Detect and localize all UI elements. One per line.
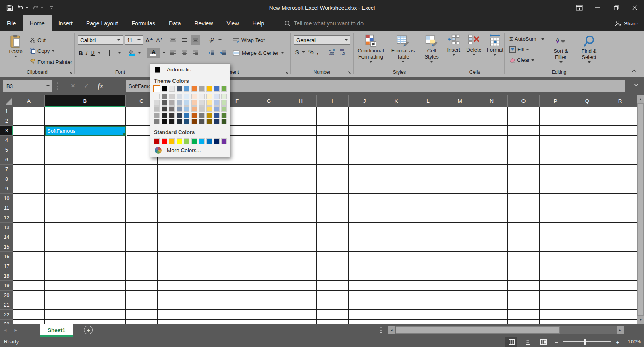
tint-4-swatch-6[interactable] [199,119,205,124]
tint-2-swatch-7[interactable] [206,106,212,112]
vertical-scroll-thumb[interactable] [638,104,643,315]
zoom-in-button[interactable]: + [615,339,621,345]
scroll-right-icon[interactable]: ► [617,326,624,334]
standard-swatch-3[interactable] [177,138,182,144]
column-header-J[interactable]: J [349,95,380,107]
font-name-dropdown-icon[interactable] [117,39,120,41]
tint-4-swatch-9[interactable] [221,119,227,124]
horizontal-scroll-thumb[interactable] [396,326,560,334]
tint-2-swatch-5[interactable] [191,106,197,112]
tint-1-swatch-3[interactable] [177,100,182,106]
tint-2-swatch-6[interactable] [199,106,205,112]
tint-0-swatch-7[interactable] [206,94,212,99]
undo-dropdown-icon[interactable] [26,7,28,8]
zoom-level[interactable]: 100% [625,339,641,345]
delete-cells-button[interactable]: Delete [465,34,482,56]
tab-bar-splitter[interactable] [380,327,382,333]
tab-data[interactable]: Data [162,15,188,31]
collapse-ribbon-icon[interactable] [632,69,637,73]
column-header-N[interactable]: N [476,95,508,107]
wrap-text-button[interactable]: Wrap Text [233,35,284,45]
tab-formulas[interactable]: Formulas [125,15,162,31]
orientation-button[interactable]: ab [207,35,216,45]
standard-swatch-6[interactable] [199,138,205,144]
row-header-23[interactable]: 23 [0,320,13,324]
row-header-4[interactable]: 4 [0,136,13,145]
theme-swatch-9[interactable] [221,86,227,92]
tint-4-swatch-7[interactable] [206,119,212,124]
row-header-7[interactable]: 7 [0,165,13,174]
automatic-color-item[interactable]: Automatic [150,64,230,75]
percent-style-button[interactable]: % [308,49,313,55]
row-header-1[interactable]: 1 [0,107,13,116]
underline-button[interactable]: U [91,50,95,56]
delete-dropdown-icon[interactable] [472,54,476,56]
font-size-combo[interactable]: 11 [125,35,143,45]
expand-formula-bar-icon[interactable] [634,84,638,86]
standard-swatch-9[interactable] [221,138,227,144]
sort-filter-button[interactable]: AZ Sort & Filter [548,35,573,64]
tab-view[interactable]: View [220,15,245,31]
tint-3-swatch-7[interactable] [206,113,212,118]
tab-page-layout[interactable]: Page Layout [79,15,125,31]
tint-3-swatch-1[interactable] [162,113,167,118]
decrease-indent-button[interactable] [207,48,216,58]
align-left-button[interactable] [168,48,177,58]
redo-button[interactable] [32,5,43,11]
insert-function-icon[interactable]: fx [98,82,103,90]
tint-4-swatch-4[interactable] [184,119,189,124]
clear-dropdown-icon[interactable] [531,59,534,61]
tint-2-swatch-1[interactable] [162,106,167,112]
undo-button[interactable] [17,5,28,11]
font-color-button[interactable]: A [147,48,160,58]
tab-insert[interactable]: Insert [52,15,79,31]
standard-swatch-0[interactable] [154,138,160,144]
column-header-A[interactable]: A [13,95,45,107]
bottom-align-button[interactable] [191,35,200,45]
formula-bar-resize-handle[interactable] [57,82,59,90]
more-colors-item[interactable]: More Colors... [150,144,230,155]
borders-dropdown-icon[interactable] [118,52,121,54]
tint-1-swatch-0[interactable] [154,100,160,106]
restore-button[interactable] [607,0,625,15]
align-right-button[interactable] [191,48,200,58]
row-header-9[interactable]: 9 [0,184,13,194]
find-select-button[interactable]: Find & Select [578,35,601,64]
row-header-8[interactable]: 8 [0,174,13,184]
name-box[interactable]: B3 [3,80,52,92]
redo-dropdown-icon[interactable] [41,7,43,8]
fill-dropdown-icon[interactable] [526,49,529,50]
cut-button[interactable]: Cut [30,35,72,45]
active-cell-b3[interactable]: SoftFamous [45,126,126,136]
column-header-M[interactable]: M [444,95,476,107]
theme-swatch-5[interactable] [191,86,197,92]
comma-style-button[interactable]: , [317,48,319,56]
row-header-2[interactable]: 2 [0,116,13,126]
standard-swatch-4[interactable] [184,138,189,144]
row-header-14[interactable]: 14 [0,232,13,242]
tint-4-swatch-5[interactable] [191,119,197,124]
standard-swatch-5[interactable] [191,138,197,144]
share-button[interactable]: Share [615,15,638,31]
tab-review[interactable]: Review [188,15,220,31]
theme-swatch-6[interactable] [199,86,205,92]
standard-swatch-1[interactable] [162,138,167,144]
underline-dropdown-icon[interactable] [98,52,101,54]
row-header-10[interactable]: 10 [0,194,13,203]
tab-file[interactable]: File [0,15,23,31]
tint-0-swatch-2[interactable] [169,94,175,99]
tint-4-swatch-3[interactable] [177,119,182,124]
column-header-Q[interactable]: Q [571,95,603,107]
increase-decimal-button[interactable]: ←.0 .00 [328,48,335,56]
decrease-font-size-button[interactable]: A [155,35,164,45]
theme-swatch-2[interactable] [169,86,175,92]
tint-0-swatch-3[interactable] [177,94,182,99]
tint-4-swatch-2[interactable] [169,119,175,124]
enter-icon[interactable]: ✓ [84,82,89,90]
column-header-O[interactable]: O [508,95,540,107]
clipboard-dialog-launcher-icon[interactable] [68,70,73,75]
orientation-dropdown-icon[interactable] [218,39,222,41]
column-header-I[interactable]: I [317,95,349,107]
page-break-preview-button[interactable] [538,337,550,347]
tint-3-swatch-5[interactable] [191,113,197,118]
